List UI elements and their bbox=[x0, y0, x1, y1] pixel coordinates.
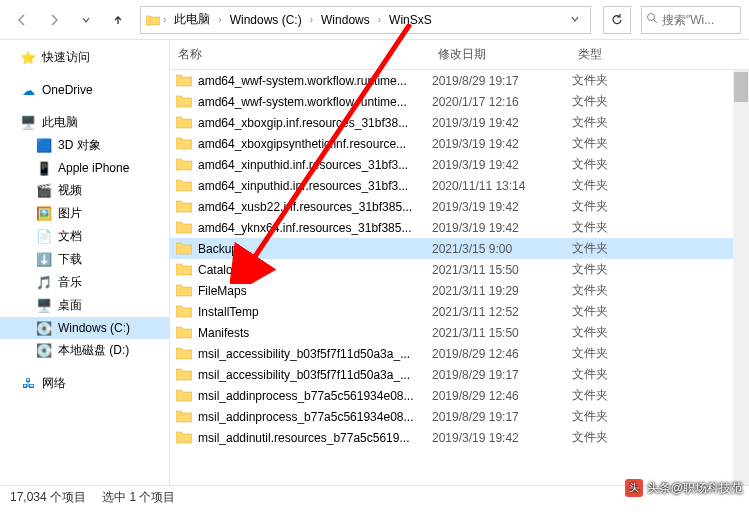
status-selected: 选中 1 个项目 bbox=[102, 489, 175, 506]
status-total: 17,034 个项目 bbox=[10, 489, 86, 506]
table-row[interactable]: InstallTemp2021/3/11 12:52文件夹 bbox=[170, 301, 749, 322]
table-row[interactable]: amd64_xboxgip.inf.resources_31bf38...201… bbox=[170, 112, 749, 133]
table-row[interactable]: Catalogs2021/3/11 15:50文件夹 bbox=[170, 259, 749, 280]
table-row[interactable]: amd64_xboxgipsynthetic.inf.resource...20… bbox=[170, 133, 749, 154]
file-date: 2019/8/29 19:17 bbox=[432, 410, 572, 424]
file-date: 2019/3/19 19:42 bbox=[432, 221, 572, 235]
file-type: 文件夹 bbox=[572, 219, 692, 236]
file-name: amd64_xboxgip.inf.resources_31bf38... bbox=[198, 116, 432, 130]
file-pane: 名称 修改日期 类型 amd64_wwf-system.workflow.run… bbox=[170, 40, 749, 485]
sidebar-this-pc[interactable]: 🖥️ 此电脑 bbox=[0, 111, 169, 134]
sidebar-item[interactable]: 📄文档 bbox=[0, 225, 169, 248]
folder-icon bbox=[176, 241, 194, 257]
scrollbar-thumb[interactable] bbox=[734, 72, 748, 102]
file-type: 文件夹 bbox=[572, 198, 692, 215]
chevron-down-icon[interactable] bbox=[564, 13, 586, 27]
folder-icon bbox=[145, 12, 161, 28]
file-name: InstallTemp bbox=[198, 305, 432, 319]
folder-icon bbox=[176, 304, 194, 320]
sidebar-quick-access[interactable]: ⭐ 快速访问 bbox=[0, 46, 169, 69]
item-icon: 🎵 bbox=[36, 275, 52, 291]
sidebar-item[interactable]: 🎵音乐 bbox=[0, 271, 169, 294]
folder-icon bbox=[176, 115, 194, 131]
file-type: 文件夹 bbox=[572, 135, 692, 152]
folder-icon bbox=[176, 283, 194, 299]
chevron-right-icon: › bbox=[376, 14, 383, 25]
table-row[interactable]: amd64_xinputhid.inf.resources_31bf3...20… bbox=[170, 175, 749, 196]
file-date: 2019/8/29 19:17 bbox=[432, 368, 572, 382]
column-type[interactable]: 类型 bbox=[570, 46, 690, 63]
sidebar-item[interactable]: 🖥️桌面 bbox=[0, 294, 169, 317]
table-row[interactable]: Manifests2021/3/11 15:50文件夹 bbox=[170, 322, 749, 343]
sidebar-onedrive[interactable]: ☁ OneDrive bbox=[0, 79, 169, 101]
breadcrumb-item[interactable]: Windows bbox=[315, 11, 376, 29]
item-icon: ⬇️ bbox=[36, 252, 52, 268]
watermark-text: 头条@职场科技范 bbox=[647, 480, 743, 497]
table-row[interactable]: amd64_xinputhid.inf.resources_31bf3...20… bbox=[170, 154, 749, 175]
file-name: Backup bbox=[198, 242, 432, 256]
table-row[interactable]: msil_accessibility_b03f5f7f11d50a3a_...2… bbox=[170, 343, 749, 364]
file-date: 2019/8/29 12:46 bbox=[432, 347, 572, 361]
breadcrumb-item[interactable]: 此电脑 bbox=[168, 9, 216, 30]
file-name: Catalogs bbox=[198, 263, 432, 277]
file-name: msil_addinutil.resources_b77a5c5619... bbox=[198, 431, 432, 445]
folder-icon bbox=[176, 157, 194, 173]
folder-icon bbox=[176, 409, 194, 425]
sidebar-item[interactable]: 🖼️图片 bbox=[0, 202, 169, 225]
sidebar-network[interactable]: 🖧 网络 bbox=[0, 372, 169, 395]
star-icon: ⭐ bbox=[20, 50, 36, 66]
file-date: 2021/3/11 12:52 bbox=[432, 305, 572, 319]
sidebar: ⭐ 快速访问 ☁ OneDrive 🖥️ 此电脑 🟦3D 对象📱Apple iP… bbox=[0, 40, 170, 485]
table-row[interactable]: FileMaps2021/3/11 19:29文件夹 bbox=[170, 280, 749, 301]
folder-icon bbox=[176, 262, 194, 278]
file-type: 文件夹 bbox=[572, 156, 692, 173]
table-row[interactable]: msil_addinutil.resources_b77a5c5619...20… bbox=[170, 427, 749, 448]
file-date: 2019/3/19 19:42 bbox=[432, 158, 572, 172]
folder-icon bbox=[176, 367, 194, 383]
file-list[interactable]: amd64_wwf-system.workflow.runtime...2019… bbox=[170, 70, 749, 485]
file-date: 2019/3/19 19:42 bbox=[432, 137, 572, 151]
search-input[interactable] bbox=[641, 6, 741, 34]
sidebar-item-label: 本地磁盘 (D:) bbox=[58, 342, 129, 359]
file-type: 文件夹 bbox=[572, 408, 692, 425]
sidebar-item-label: 桌面 bbox=[58, 297, 82, 314]
table-row[interactable]: amd64_wwf-system.workflow.runtime...2019… bbox=[170, 70, 749, 91]
table-row[interactable]: msil_addinprocess_b77a5c561934e08...2019… bbox=[170, 406, 749, 427]
forward-button[interactable] bbox=[40, 6, 68, 34]
scrollbar[interactable] bbox=[733, 70, 749, 485]
table-row[interactable]: amd64_wwf-system.workflow.runtime...2020… bbox=[170, 91, 749, 112]
breadcrumb[interactable]: › 此电脑 › Windows (C:) › Windows › WinSxS bbox=[140, 6, 591, 34]
sidebar-item[interactable]: 💽本地磁盘 (D:) bbox=[0, 339, 169, 362]
sidebar-item[interactable]: 📱Apple iPhone bbox=[0, 157, 169, 179]
watermark: 头 头条@职场科技范 bbox=[625, 479, 743, 497]
column-name[interactable]: 名称 bbox=[170, 46, 430, 63]
up-button[interactable] bbox=[104, 6, 132, 34]
search-field[interactable] bbox=[662, 13, 736, 27]
file-type: 文件夹 bbox=[572, 324, 692, 341]
table-row[interactable]: Backup2021/3/15 9:00文件夹 bbox=[170, 238, 749, 259]
table-row[interactable]: msil_accessibility_b03f5f7f11d50a3a_...2… bbox=[170, 364, 749, 385]
folder-icon bbox=[176, 136, 194, 152]
column-date[interactable]: 修改日期 bbox=[430, 46, 570, 63]
network-icon: 🖧 bbox=[20, 376, 36, 392]
sidebar-item[interactable]: ⬇️下载 bbox=[0, 248, 169, 271]
table-row[interactable]: amd64_xusb22.inf.resources_31bf385...201… bbox=[170, 196, 749, 217]
search-icon bbox=[646, 12, 658, 27]
sidebar-item[interactable]: 💽Windows (C:) bbox=[0, 317, 169, 339]
sidebar-item[interactable]: 🟦3D 对象 bbox=[0, 134, 169, 157]
sidebar-item-label: Apple iPhone bbox=[58, 161, 129, 175]
refresh-button[interactable] bbox=[603, 6, 631, 34]
breadcrumb-item[interactable]: WinSxS bbox=[383, 11, 438, 29]
sidebar-item[interactable]: 🎬视频 bbox=[0, 179, 169, 202]
back-button[interactable] bbox=[8, 6, 36, 34]
sidebar-item-label: 3D 对象 bbox=[58, 137, 101, 154]
recent-dropdown[interactable] bbox=[72, 6, 100, 34]
file-type: 文件夹 bbox=[572, 72, 692, 89]
folder-icon bbox=[176, 388, 194, 404]
table-row[interactable]: msil_addinprocess_b77a5c561934e08...2019… bbox=[170, 385, 749, 406]
sidebar-label: OneDrive bbox=[42, 83, 93, 97]
pc-icon: 🖥️ bbox=[20, 115, 36, 131]
table-row[interactable]: amd64_yknx64.inf.resources_31bf385...201… bbox=[170, 217, 749, 238]
breadcrumb-item[interactable]: Windows (C:) bbox=[224, 11, 308, 29]
file-type: 文件夹 bbox=[572, 261, 692, 278]
